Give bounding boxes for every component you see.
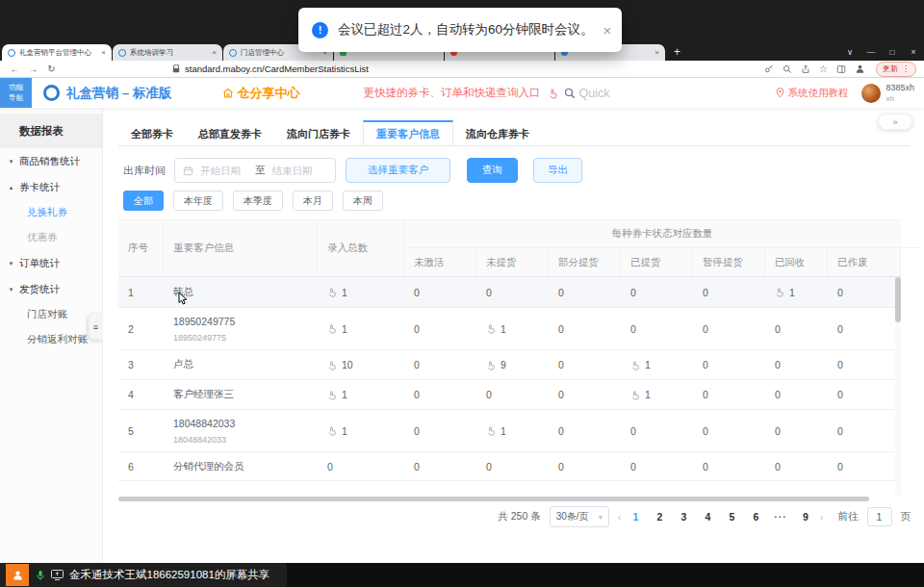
sidebar-group[interactable]: ▾商品销售统计 [0, 148, 102, 174]
tab-important-customers[interactable]: 重要客户信息 [363, 120, 453, 145]
cell-status-value[interactable]: 1 [621, 380, 693, 409]
cell-seq: 6 [118, 452, 164, 480]
close-window-button[interactable]: × [903, 43, 924, 61]
participant-tile[interactable] [6, 564, 29, 586]
cell-status-value: 0 [693, 277, 765, 307]
cell-status-value[interactable]: 1 [476, 308, 549, 349]
page-button[interactable]: 6 [750, 511, 761, 523]
search-button[interactable]: 查询 [467, 158, 518, 183]
range-week-button[interactable]: 本周 [343, 191, 383, 211]
start-date-input[interactable] [198, 164, 250, 177]
horizontal-scroll-thumb[interactable] [118, 497, 869, 501]
end-date-input[interactable] [270, 164, 322, 177]
function-nav-toggle[interactable]: 功能 导航 [0, 78, 32, 108]
back-icon[interactable]: ← [6, 64, 24, 74]
cell-status-value[interactable]: 1 [765, 277, 828, 307]
vertical-scrollbar[interactable] [895, 277, 901, 496]
table-row[interactable]: 2189502497751895024977510100000 [118, 308, 901, 350]
sidebar-item[interactable]: 兑换礼券 [0, 200, 102, 225]
table-row[interactable]: 1韩总10000010 [118, 277, 901, 308]
cell-total[interactable]: 10 [318, 350, 404, 379]
page-button[interactable]: 3 [678, 511, 689, 523]
cell-value: 10 [342, 359, 353, 370]
toast-close-icon[interactable]: × [603, 22, 612, 38]
page-size-select[interactable]: 30条/页 ▾ [550, 506, 609, 527]
cell-status-value[interactable]: 18 [404, 481, 476, 496]
warehouse-share-center-link[interactable]: 仓分享中心 [222, 85, 300, 102]
minimize-button[interactable]: — [860, 43, 882, 61]
cell-total[interactable]: 1 [318, 308, 404, 349]
sidebar-group[interactable]: ▴券卡统计 [0, 174, 102, 200]
reload-icon[interactable]: ↻ [42, 64, 61, 74]
url-text[interactable]: standard.maboy.cn/CardMemberStatisticsLi… [185, 64, 369, 74]
cell-total[interactable]: 20 [318, 481, 404, 496]
table-row[interactable]: 7唐总2018101000 [118, 481, 901, 496]
microphone-icon[interactable] [36, 570, 45, 581]
cell-value: 0 [558, 425, 564, 437]
new-tab-button[interactable]: + [674, 44, 680, 61]
user-menu[interactable]: 8385xh xh [861, 83, 914, 102]
vertical-scroll-thumb[interactable] [895, 277, 901, 322]
table-row[interactable]: 5180488420331804884203310100000 [118, 410, 901, 452]
bookmark-star-icon[interactable]: ☆ [819, 64, 828, 74]
page-button[interactable]: 9 [800, 511, 811, 523]
browser-tab[interactable]: 系统培训学习 × [113, 44, 222, 61]
sidebar-drag-handle[interactable]: ≡ [89, 314, 103, 340]
horizontal-scrollbar[interactable] [118, 497, 901, 502]
cell-status-value[interactable]: 1 [621, 350, 693, 379]
tab-hq-direct-cards[interactable]: 总部直发券卡 [186, 120, 274, 145]
profile-icon[interactable] [855, 64, 865, 74]
tab-close-icon[interactable]: × [654, 48, 659, 57]
key-icon[interactable] [764, 64, 774, 74]
cell-total[interactable]: 1 [318, 277, 404, 307]
sidebar-item[interactable]: 分销返利对账 [0, 327, 102, 352]
cell-status-value[interactable]: 1 [476, 481, 549, 496]
cell-status-value[interactable]: 1 [621, 481, 693, 496]
address-area[interactable]: standard.maboy.cn/CardMemberStatisticsLi… [172, 64, 369, 74]
collapse-panel-button[interactable]: » [878, 114, 912, 130]
date-range-picker[interactable]: 至 [174, 158, 336, 183]
tab-close-icon[interactable]: × [101, 48, 106, 57]
table-row[interactable]: 6分销代理的会员00000000 [118, 452, 901, 481]
tab-warehouse-flow-cards[interactable]: 流向仓库券卡 [453, 120, 542, 145]
goto-page-input[interactable] [867, 507, 892, 526]
side-panel-icon[interactable] [836, 64, 846, 74]
page-button[interactable]: 1 [629, 511, 641, 523]
range-month-button[interactable]: 本月 [293, 191, 333, 211]
forward-icon[interactable]: → [24, 64, 42, 74]
select-customer-button[interactable]: 选择重要客户 [346, 158, 450, 183]
tab-store-flow-cards[interactable]: 流向门店券卡 [274, 120, 363, 145]
maximize-button[interactable]: □ [882, 43, 903, 61]
page-button[interactable]: 5 [726, 511, 737, 523]
sidebar-item[interactable]: 优惠券 [0, 225, 102, 250]
range-all-button[interactable]: 全部 [123, 191, 164, 211]
share-icon[interactable] [801, 64, 810, 74]
page-button[interactable]: 4 [702, 511, 713, 523]
page-button[interactable]: 2 [654, 511, 665, 523]
cell-status-value[interactable]: 9 [476, 350, 549, 379]
export-button[interactable]: 导出 [533, 158, 582, 183]
tab-all-cards[interactable]: 全部券卡 [118, 120, 186, 145]
cell-status-value[interactable]: 1 [476, 410, 549, 451]
zoom-icon[interactable] [783, 64, 792, 74]
quick-search[interactable]: Quick [564, 87, 610, 100]
sidebar-group[interactable]: ▾订单统计 [0, 250, 102, 276]
chrome-menu-icon[interactable]: ∨ [839, 43, 860, 61]
sidebar-group[interactable]: ▾发货统计 [0, 276, 102, 302]
sidebar-item[interactable]: 门店对账 [0, 302, 102, 327]
browser-tab-title: 礼盒营销平台管理中心 [19, 48, 97, 58]
table-row[interactable]: 3卢总100901000 [118, 350, 901, 380]
tab-close-icon[interactable]: × [212, 48, 217, 57]
tutorial-link[interactable]: 系统使用教程 [776, 87, 848, 100]
range-quarter-button[interactable]: 本季度 [233, 191, 283, 211]
table-row[interactable]: 4客户经理张三10001000 [118, 380, 901, 410]
cell-total[interactable]: 1 [318, 380, 404, 409]
avatar [861, 84, 881, 103]
range-year-button[interactable]: 本年度 [173, 191, 223, 211]
browser-menu-icon[interactable]: ⋮ [902, 64, 910, 73]
prev-page-button[interactable]: ‹ [618, 511, 622, 523]
browser-tab-active[interactable]: 礼盒营销平台管理中心 × [2, 44, 112, 61]
next-page-button[interactable]: › [820, 511, 824, 523]
cell-total[interactable]: 1 [318, 410, 404, 451]
update-button[interactable]: 更新 ⋮ [876, 62, 916, 77]
